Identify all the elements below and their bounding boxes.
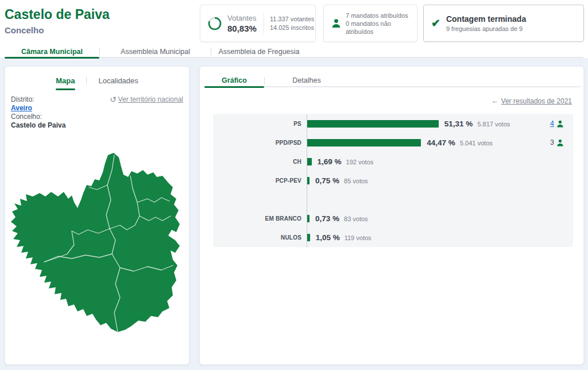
party-label: EM BRANCO — [213, 215, 307, 222]
map-panel-tabs: Mapa Localidades — [5, 75, 189, 86]
election-results-page: Castelo de Paiva Concelho Votantes 80,83… — [0, 0, 588, 370]
mandates-not-attributed: 0 mandatos não atribuídos — [346, 20, 417, 36]
votantes-label: Votantes — [227, 14, 257, 22]
geo-info: Distrito: Aveiro Concelho: Castelo de Pa… — [11, 95, 65, 130]
tab-assembleia-freguesia[interactable]: Assembleia de Freguesia — [211, 45, 307, 57]
percent-value: 1,69 % — [318, 157, 342, 166]
percent-value: 0,75 % — [315, 176, 339, 185]
tab-assembleia-municipal[interactable]: Assembleia Municipal — [100, 45, 211, 57]
chart-row-pcp-pev: PCP-PEV 0,75 % 85 votos — [213, 171, 573, 190]
progress-ring-icon — [207, 16, 222, 31]
result-bar — [307, 234, 310, 241]
votes-value: 119 votos — [345, 234, 372, 241]
chart-row-ps: PS 51,31 % 5.817 votos — [213, 114, 573, 133]
mandatos-card: 7 mandatos atribuídos 0 mandatos não atr… — [323, 5, 417, 42]
result-bar — [307, 215, 310, 222]
registered-count: 14.025 inscritos — [270, 24, 314, 32]
bar-track: 0,75 % 85 votos — [307, 171, 573, 190]
left-arrow-icon: ← — [492, 97, 499, 105]
mandates-attributed: 7 mandatos atribuídos — [346, 11, 417, 20]
percent-value: 51,31 % — [444, 120, 473, 128]
person-icon — [331, 18, 341, 28]
municipality-map[interactable] — [7, 147, 188, 340]
tab-divider — [86, 77, 87, 84]
chart-row-spacer — [213, 190, 573, 209]
tab-camara-municipal[interactable]: Câmara Municipal — [5, 45, 99, 57]
header: Castelo de Paiva Concelho Votantes 80,83… — [0, 0, 588, 58]
tab-localidades[interactable]: Localidades — [95, 75, 141, 86]
votantes-card: Votantes 80,83% 11.337 votantes 14.025 i… — [200, 5, 316, 42]
result-bar — [307, 177, 310, 184]
results-panel: Gráfico Detalhes ← Ver resultados de 202… — [199, 66, 584, 365]
count-status-subtitle: 9 freguesias apuradas de 9 — [446, 25, 526, 32]
party-label: NULOS — [213, 234, 307, 241]
count-status-title: Contagem terminada — [446, 14, 526, 24]
bar-track: 44,47 % 5.041 votos — [307, 133, 573, 152]
undo-icon: ↺ — [110, 95, 117, 103]
mandates-ps: 4 — [550, 119, 564, 128]
votantes-percent: 80,83% — [227, 24, 257, 33]
mandates-ppd-psd: 3 — [550, 138, 564, 147]
votes-value: 85 votos — [344, 178, 368, 184]
previous-results-link[interactable]: ← Ver resultados de 2021 — [492, 97, 572, 105]
votes-value: 5.817 votos — [477, 121, 510, 128]
council-label: Concelho: — [11, 113, 65, 121]
mandate-count: 3 — [550, 138, 554, 147]
page-title: Castelo de Paiva — [5, 7, 110, 22]
tab-grafico[interactable]: Gráfico — [204, 74, 264, 87]
bar-track — [307, 190, 573, 209]
voters-count: 11.337 votantes — [270, 15, 314, 24]
chart-row-ch: CH 1,69 % 192 votos — [213, 152, 573, 171]
party-label: PPD/PSD — [213, 140, 307, 146]
chart-row-ppd-psd: PPD/PSD 44,47 % 5.041 votos — [213, 133, 573, 152]
card-divider — [264, 13, 264, 34]
results-bar-chart: PS 51,31 % 5.817 votos PPD/PSD 44,47 % 5… — [213, 114, 573, 247]
chart-row-nulos: NULOS 1,05 % 119 votos — [213, 228, 573, 247]
page-subtitle: Concelho — [5, 25, 44, 35]
tab-detalhes[interactable]: Detalhes — [265, 74, 349, 87]
percent-value: 1,05 % — [316, 233, 340, 242]
check-icon: ✔ — [431, 18, 440, 29]
percent-value: 44,47 % — [427, 138, 455, 147]
party-label: PS — [213, 121, 307, 127]
district-link[interactable]: Aveiro — [11, 104, 65, 113]
results-panel-tabs: Gráfico Detalhes — [204, 75, 581, 87]
result-bar — [307, 120, 439, 128]
national-territory-link[interactable]: ↺ Ver território nacional — [110, 95, 183, 103]
result-bar — [307, 158, 312, 165]
result-bar — [307, 139, 421, 147]
person-icon — [556, 139, 564, 147]
bar-track: 51,31 % 5.817 votos — [307, 114, 573, 133]
organ-tabs: Câmara Municipal Assembleia Municipal As… — [5, 46, 583, 58]
bar-track: 1,69 % 192 votos — [307, 152, 573, 171]
person-icon — [556, 120, 564, 128]
votes-value: 192 votos — [346, 159, 374, 165]
bar-track: 0,73 % 83 votos — [307, 209, 573, 228]
council-value: Castelo de Paiva — [11, 121, 65, 130]
map-panel: Mapa Localidades Distrito: Aveiro Concel… — [5, 66, 189, 365]
district-label: Distrito: — [11, 95, 65, 104]
bar-track: 1,05 % 119 votos — [307, 228, 573, 247]
contagem-card: ✔ Contagem terminada 9 freguesias apurad… — [423, 5, 584, 42]
percent-value: 0,73 % — [315, 214, 339, 223]
mandate-count-link[interactable]: 4 — [550, 120, 554, 128]
votes-value: 5.041 votos — [460, 140, 493, 147]
votes-value: 83 votos — [344, 215, 368, 222]
party-label: PCP-PEV — [213, 178, 307, 184]
party-label: CH — [213, 159, 307, 165]
tab-mapa[interactable]: Mapa — [52, 75, 78, 86]
chart-row-em-branco: EM BRANCO 0,73 % 83 votos — [213, 209, 573, 228]
